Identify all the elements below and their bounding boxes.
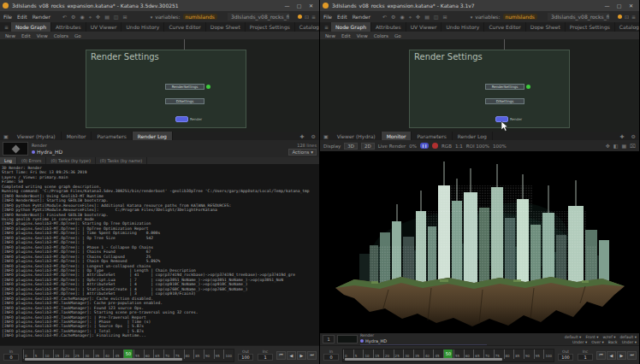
nodegraph-menu-item[interactable]: New: [325, 33, 335, 38]
maximize-button[interactable]: ▢: [293, 1, 305, 10]
timeline-tick[interactable]: 25: [74, 349, 84, 359]
tab-monitor[interactable]: Monitor: [62, 132, 92, 140]
pane-menu-icon[interactable]: ▣: [0, 132, 12, 140]
transport-button[interactable]: ⏭: [627, 351, 637, 360]
render-viewport[interactable]: [320, 151, 639, 333]
monitor-dropdown[interactable]: w/ref ▾: [602, 335, 615, 339]
nodegraph-menu-item[interactable]: Edit: [21, 33, 31, 38]
timeline-tick[interactable]: 65: [473, 349, 483, 359]
timeline-tick[interactable]: 75: [494, 349, 504, 359]
tab-uv-viewer[interactable]: UV Viewer: [406, 22, 442, 32]
timeline-tick[interactable]: 15: [373, 349, 383, 359]
menu-overflow-icon[interactable]: ≡: [631, 14, 636, 20]
catalog-thumbnail[interactable]: [337, 335, 358, 343]
timeline-tick[interactable]: 85: [193, 349, 204, 359]
timeline-tick[interactable]: 60: [144, 349, 154, 359]
session-tab[interactable]: 3dIslands_v08_rocks_fin: [228, 13, 289, 21]
toolbar-icon[interactable]: ◉: [80, 14, 84, 21]
render-pass-entry[interactable]: Hydra_HD: [32, 149, 285, 155]
current-frame-marker[interactable]: 50: [124, 349, 133, 359]
tab-curve-editor[interactable]: Curve Editor: [484, 22, 525, 32]
variables-value-dropdown[interactable]: numIslands: [183, 14, 217, 20]
scale-readout[interactable]: 100%: [493, 144, 507, 149]
toolbar-icon[interactable]: ↶: [382, 14, 387, 21]
timeline-tick[interactable]: 70: [163, 349, 174, 359]
monitor-dropdown[interactable]: default ▾: [619, 335, 637, 339]
timeline-tick[interactable]: 65: [153, 349, 163, 359]
transport-button[interactable]: ▶: [297, 351, 306, 360]
frame-in-field[interactable]: In 0: [323, 349, 340, 361]
pause-render-button[interactable]: ❙❙: [420, 143, 429, 149]
pane-add-icon[interactable]: ✚: [617, 132, 628, 140]
node-graph-canvas-left[interactable]: Render Settings RenderSettings DlSetting…: [0, 39, 319, 132]
timeline-tick[interactable]: 0: [23, 349, 33, 359]
toolbar-icon[interactable]: ⊞: [442, 14, 447, 21]
timeline-tick[interactable]: 5: [33, 349, 44, 359]
menu-edit[interactable]: Edit: [337, 14, 347, 20]
transport-button[interactable]: ⏮: [276, 351, 286, 360]
toolbar-icon[interactable]: ⌖: [89, 14, 92, 21]
titlebar-left[interactable]: 3dIslands_v08_rocks_expansion.katana* - …: [0, 0, 319, 11]
monitor-tool-icon[interactable]: ✥: [606, 143, 610, 149]
nodegraph-menu-item[interactable]: Colors: [374, 33, 388, 38]
roi-readout[interactable]: ROI 100%: [466, 144, 489, 149]
tab-catalog[interactable]: Catalog: [615, 22, 640, 32]
render-pass-entry[interactable]: Hydra_HD: [360, 338, 489, 343]
timeline-tick[interactable]: 80: [504, 349, 514, 359]
tab-node-graph[interactable]: Node Graph: [11, 22, 51, 32]
timeline-tick[interactable]: 45: [433, 349, 443, 359]
timeline-tick[interactable]: 60: [464, 349, 474, 359]
tab-project-settings[interactable]: Project Settings: [246, 22, 295, 32]
timeline-tick[interactable]: 70: [483, 349, 494, 359]
menu-overflow-icon[interactable]: ≡: [311, 14, 316, 20]
nodegraph-menu-item[interactable]: Edit: [341, 33, 351, 38]
tab-list-icon[interactable]: ≡: [2, 22, 11, 32]
monitor-dropdown[interactable]: Under ▾: [622, 340, 637, 344]
timeline-tick[interactable]: 95: [534, 349, 544, 359]
timeline-scrollbar[interactable]: [345, 358, 502, 361]
timeline-tick[interactable]: 90: [524, 349, 534, 359]
tab-render-log[interactable]: Render Log: [133, 132, 173, 140]
toolbar-icon[interactable]: ▤: [424, 14, 430, 21]
log-tab-tasks-by-name[interactable]: (0) Tasks (by name): [96, 157, 147, 164]
timeline-tick[interactable]: 55: [133, 349, 144, 359]
channel-readout[interactable]: RGB: [441, 144, 452, 149]
render-thumbnail[interactable]: [3, 142, 28, 156]
monitor-dropdown[interactable]: Back: [608, 340, 618, 344]
tab-undo-history[interactable]: Undo History: [441, 22, 484, 32]
node-dlsettings[interactable]: DlSettings: [165, 98, 204, 104]
timeline-tick[interactable]: 10: [43, 349, 53, 359]
frame-inc-field[interactable]: Inc 1: [577, 349, 594, 361]
maximize-button[interactable]: ▢: [613, 1, 625, 10]
zoom-readout[interactable]: 1:1: [455, 144, 463, 149]
timeline-scrollbar[interactable]: [25, 358, 182, 361]
monitor-tool-icon[interactable]: ◧: [613, 143, 619, 149]
nodegraph-menu-item[interactable]: Go: [394, 33, 401, 38]
menu-file[interactable]: File: [3, 14, 12, 20]
timeline-tick[interactable]: 80: [184, 349, 194, 359]
node-rendersettings[interactable]: RenderSettings: [165, 84, 204, 90]
monitor-dropdown[interactable]: default ▾: [565, 335, 582, 339]
timeline-tick[interactable]: 20: [63, 349, 74, 359]
frame-ruler[interactable]: 0510152025303540455055606570758085909510…: [22, 349, 234, 362]
tab-project-settings[interactable]: Project Settings: [566, 22, 615, 32]
nodegraph-menu-item[interactable]: New: [5, 33, 15, 38]
toolbar-icon[interactable]: ◫: [114, 14, 119, 21]
timeline-tick[interactable]: 10: [363, 349, 373, 359]
minimize-button[interactable]: —: [601, 1, 613, 10]
transport-button[interactable]: ◀: [607, 351, 616, 360]
log-tab-log[interactable]: Log: [0, 157, 17, 164]
pane-settings-icon[interactable]: ⚙: [628, 132, 639, 140]
layout-icon[interactable]: ⊡: [305, 14, 309, 20]
close-button[interactable]: ✕: [305, 1, 317, 10]
minimize-button[interactable]: —: [281, 1, 293, 10]
timeline-tick[interactable]: 35: [413, 349, 424, 359]
transport-button[interactable]: ◀: [287, 351, 296, 360]
timeline-tick[interactable]: 30: [83, 349, 93, 359]
timeline-tick[interactable]: 30: [403, 349, 413, 359]
tab-monitor[interactable]: Monitor: [382, 132, 412, 140]
monitor-dropdown[interactable]: Over ▾: [591, 340, 604, 344]
tab-parameters[interactable]: Parameters: [92, 132, 132, 140]
node-render[interactable]: [175, 116, 188, 122]
toolbar-icon[interactable]: ⚙: [71, 14, 75, 21]
